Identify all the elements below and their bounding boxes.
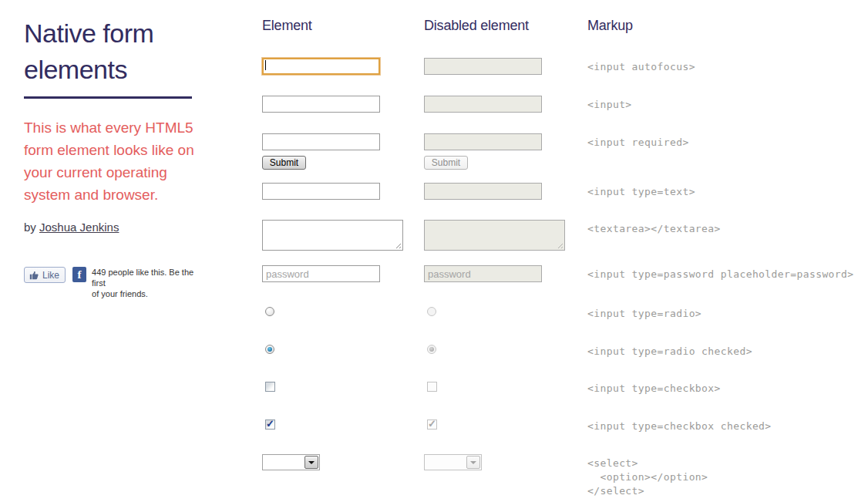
table-row: <input type=text> (262, 183, 868, 220)
password-input[interactable] (262, 265, 380, 282)
select-dropdown-disabled (424, 454, 482, 470)
password-input-disabled (424, 265, 542, 282)
intro-text: This is what every HTML5 form element lo… (24, 116, 198, 206)
table-row: Submit Submit <input required> (262, 133, 868, 183)
column-header-disabled: Disabled element (424, 15, 587, 34)
facebook-f-icon[interactable]: f (72, 267, 86, 282)
autofocus-text-input[interactable] (262, 58, 380, 75)
markup-code: <input type=radio checked> (587, 342, 868, 359)
table-row: <input autofocus> (262, 58, 868, 96)
resize-grip-icon[interactable] (394, 241, 401, 248)
checkbox-checked-disabled: ✓ (427, 419, 437, 430)
table-row: <input> (262, 96, 868, 133)
dropdown-arrow-button-disabled (466, 456, 480, 469)
column-header-element: Element (262, 15, 424, 34)
table-row: <select> <option></option> </select> (262, 454, 868, 498)
page-title: Native form elements (24, 15, 198, 88)
plain-text-input[interactable] (262, 96, 380, 113)
markup-code: <input required> (587, 133, 868, 150)
facebook-social-text: 449 people like this. Be the first of yo… (92, 267, 198, 299)
markup-code: <input> (587, 96, 868, 112)
title-divider (24, 96, 192, 99)
autofocus-text-input-disabled (424, 58, 542, 75)
markup-code: <select> <option></option> </select> (587, 454, 868, 498)
textarea-disabled (424, 220, 565, 251)
markup-code: <input type=radio> (587, 305, 868, 321)
checkbox-checked[interactable]: ✓ (265, 419, 275, 430)
sidebar: Native form elements This is what every … (24, 15, 198, 299)
type-text-input-disabled (424, 183, 542, 200)
checkbox[interactable] (265, 382, 275, 392)
markup-code: <input type=text> (587, 183, 868, 199)
byline-prefix: by (24, 221, 36, 234)
plain-text-input-disabled (424, 96, 542, 113)
facebook-widget: Like f 449 people like this. Be the firs… (24, 267, 198, 299)
table-row: ✓ ✓ <input type=checkbox checked> (262, 417, 868, 454)
type-text-input[interactable] (262, 183, 380, 200)
table-row: <input type=password placeholder=passwor… (262, 265, 868, 305)
markup-code: <input type=checkbox> (587, 379, 868, 396)
dropdown-arrow-button[interactable] (304, 456, 318, 469)
form-elements-table: Element Disabled element Markup <input a… (262, 15, 868, 498)
required-text-input[interactable] (262, 133, 380, 150)
facebook-like-button[interactable]: Like (24, 267, 66, 283)
author-link[interactable]: Joshua Jenkins (39, 221, 119, 234)
radio-button-disabled (427, 307, 436, 316)
resize-grip-icon (556, 241, 563, 248)
checkbox-disabled (427, 382, 437, 392)
markup-code: <input autofocus> (587, 58, 868, 74)
chevron-down-icon (308, 461, 315, 464)
markup-code: <input type=checkbox checked> (587, 417, 868, 433)
submit-button-disabled: Submit (424, 156, 468, 170)
checkmark-icon: ✓ (266, 420, 274, 428)
table-row: <input type=radio> (262, 305, 868, 342)
markup-code: <input type=password placeholder=passwor… (587, 265, 868, 281)
table-header-row: Element Disabled element Markup (262, 15, 868, 58)
radio-button[interactable] (265, 307, 274, 316)
table-row: <input type=radio checked> (262, 342, 868, 379)
text-caret (265, 60, 266, 70)
thumbs-up-icon (29, 270, 39, 280)
column-header-markup: Markup (587, 15, 868, 34)
table-row: <input type=checkbox> (262, 379, 868, 417)
markup-code: <textarea></textarea> (587, 220, 868, 236)
byline: by Joshua Jenkins (24, 221, 198, 234)
required-text-input-disabled (424, 133, 542, 150)
like-label: Like (42, 270, 59, 281)
radio-button-checked-disabled (427, 345, 436, 354)
checkmark-icon: ✓ (428, 420, 436, 428)
chevron-down-icon (470, 461, 476, 464)
radio-button-checked[interactable] (265, 345, 274, 354)
page: Native form elements This is what every … (0, 0, 868, 502)
select-dropdown[interactable] (262, 454, 320, 470)
table-row: <textarea></textarea> (262, 220, 868, 265)
textarea[interactable] (262, 220, 403, 251)
submit-button[interactable]: Submit (262, 156, 306, 170)
